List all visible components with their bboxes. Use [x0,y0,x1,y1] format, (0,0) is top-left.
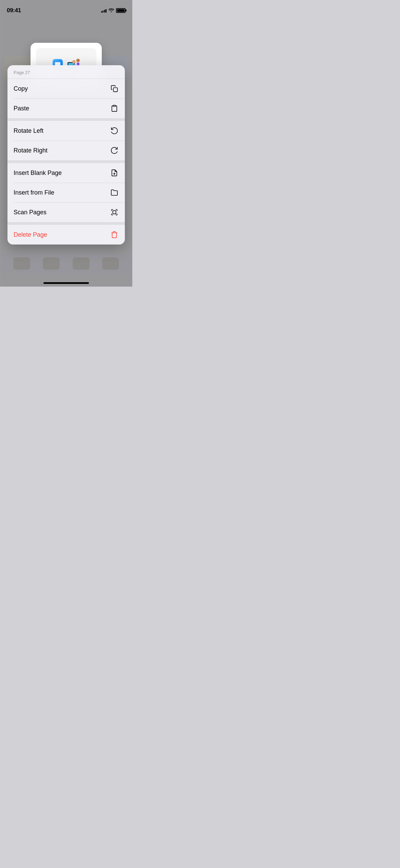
copy-button[interactable]: Copy [7,79,125,98]
rotate-left-label: Rotate Left [14,127,43,134]
menu-group-delete: Delete Page [7,222,125,245]
copy-icon [110,84,119,93]
delete-page-button[interactable]: Delete Page [7,225,125,245]
rotate-right-label: Rotate Right [14,147,47,154]
scan-pages-button[interactable]: Scan Pages [7,202,125,222]
menu-group-rotate: Rotate Left Rotate Right [7,118,125,160]
copy-label: Copy [14,85,28,92]
menu-group-clipboard: Copy Paste [7,79,125,118]
signal-icon [101,8,107,13]
trash-icon [110,230,119,239]
wifi-icon [109,8,114,13]
paste-label: Paste [14,105,29,112]
home-indicator [43,282,89,284]
insert-blank-icon [110,168,119,177]
status-icons [101,8,126,13]
scan-pages-label: Scan Pages [14,209,46,216]
status-bar: 09:41 [0,0,132,17]
insert-blank-label: Insert Blank Page [14,169,62,177]
context-menu: Page 27 Copy Paste Rotate Left [7,65,125,245]
menu-header: Page 27 [7,65,125,79]
delete-page-label: Delete Page [14,231,47,238]
rotate-right-icon [110,146,119,155]
svg-rect-0 [113,88,117,92]
scan-icon [110,208,119,217]
insert-blank-button[interactable]: Insert Blank Page [7,163,125,183]
battery-fill [117,9,125,12]
menu-group-insert: Insert Blank Page Insert from File Scan … [7,160,125,222]
insert-file-button[interactable]: Insert from File [7,183,125,202]
folder-icon [110,188,119,197]
insert-file-label: Insert from File [14,189,54,196]
rotate-right-button[interactable]: Rotate Right [7,141,125,160]
rotate-left-button[interactable]: Rotate Left [7,121,125,141]
svg-rect-1 [113,105,115,107]
svg-rect-4 [113,211,116,214]
status-time: 09:41 [7,7,21,14]
paste-button[interactable]: Paste [7,98,125,118]
paste-icon [110,104,119,113]
rotate-left-icon [110,126,119,135]
battery-icon [116,8,126,13]
